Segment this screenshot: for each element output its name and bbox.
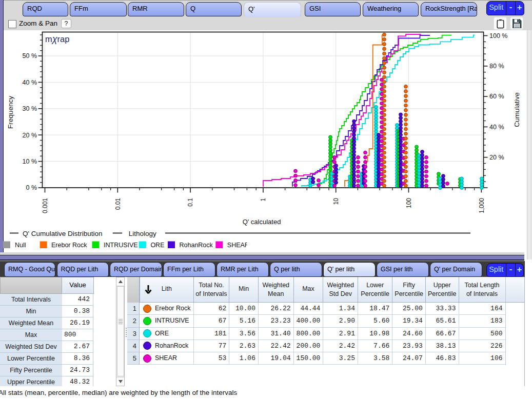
svg-text:10 %: 10 % xyxy=(23,158,37,165)
svg-text:0.1: 0.1 xyxy=(187,198,194,207)
svg-text:Frequency: Frequency xyxy=(7,96,14,129)
svg-text:10: 10 xyxy=(332,198,340,205)
svg-text:INTRUSIVE: INTRUSIVE xyxy=(104,242,138,249)
svg-text:Q' calculated: Q' calculated xyxy=(243,218,281,226)
svg-text:100: 100 xyxy=(405,198,412,208)
svg-text:0 %: 0 % xyxy=(26,184,37,191)
svg-text:Erebor Rock: Erebor Rock xyxy=(51,242,87,249)
svg-text:ORE: ORE xyxy=(150,242,164,249)
svg-text:Cumulative: Cumulative xyxy=(513,92,521,127)
svg-text:30 %: 30 % xyxy=(23,105,37,112)
svg-text:100 %: 100 % xyxy=(489,32,507,39)
svg-text:Lithology: Lithology xyxy=(129,230,156,237)
svg-text:SHEAR: SHEAR xyxy=(227,242,249,249)
svg-text:50 %: 50 % xyxy=(23,52,37,59)
svg-text:Q' Cumulative Distribution: Q' Cumulative Distribution xyxy=(23,230,103,237)
svg-text:Null: Null xyxy=(15,242,26,249)
svg-text:1,000: 1,000 xyxy=(478,198,485,213)
svg-text:1: 1 xyxy=(260,198,267,202)
svg-text:mχrap: mχrap xyxy=(45,34,69,44)
svg-text:RohanRock: RohanRock xyxy=(180,242,213,249)
svg-text:80 %: 80 % xyxy=(489,63,504,70)
svg-text:40 %: 40 % xyxy=(489,124,504,131)
svg-text:20 %: 20 % xyxy=(489,154,504,161)
svg-text:40 %: 40 % xyxy=(23,79,37,86)
svg-text:20 %: 20 % xyxy=(23,132,37,139)
svg-text:0.01: 0.01 xyxy=(114,198,122,210)
svg-text:60 %: 60 % xyxy=(489,93,504,100)
svg-text:0.001: 0.001 xyxy=(42,198,49,213)
